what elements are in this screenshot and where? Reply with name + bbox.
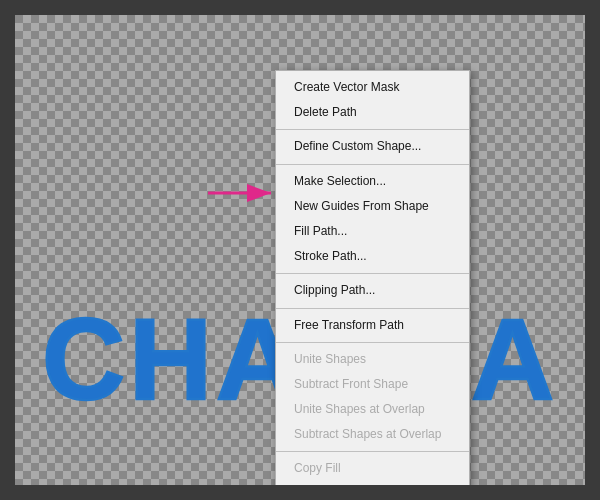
menu-item-subtract-shapes-at-overlap: Subtract Shapes at Overlap bbox=[276, 422, 469, 447]
menu-item-copy-complete-stroke: Copy Complete Stroke bbox=[276, 482, 469, 485]
menu-item-make-selection[interactable]: Make Selection... bbox=[276, 169, 469, 194]
menu-item-clipping-path[interactable]: Clipping Path... bbox=[276, 278, 469, 303]
menu-separator-2 bbox=[276, 164, 469, 165]
menu-separator-5 bbox=[276, 342, 469, 343]
menu-item-free-transform-path[interactable]: Free Transform Path bbox=[276, 313, 469, 338]
context-menu: Create Vector Mask Delete Path Define Cu… bbox=[275, 70, 470, 485]
menu-item-create-vector-mask[interactable]: Create Vector Mask bbox=[276, 75, 469, 100]
menu-separator-1 bbox=[276, 129, 469, 130]
menu-item-unite-shapes-at-overlap: Unite Shapes at Overlap bbox=[276, 397, 469, 422]
menu-item-stroke-path[interactable]: Stroke Path... bbox=[276, 244, 469, 269]
stroke-path-arrow bbox=[203, 183, 283, 203]
menu-item-define-custom-shape[interactable]: Define Custom Shape... bbox=[276, 134, 469, 159]
menu-item-unite-shapes: Unite Shapes bbox=[276, 347, 469, 372]
canvas-area: CHAPHA Create Vector Mask Delete Path De… bbox=[15, 15, 585, 485]
menu-item-fill-path[interactable]: Fill Path... bbox=[276, 219, 469, 244]
menu-item-delete-path[interactable]: Delete Path bbox=[276, 100, 469, 125]
menu-separator-6 bbox=[276, 451, 469, 452]
menu-item-copy-fill: Copy Fill bbox=[276, 456, 469, 481]
menu-separator-3 bbox=[276, 273, 469, 274]
menu-item-new-guides-from-shape[interactable]: New Guides From Shape bbox=[276, 194, 469, 219]
menu-separator-4 bbox=[276, 308, 469, 309]
menu-item-subtract-front-shape: Subtract Front Shape bbox=[276, 372, 469, 397]
